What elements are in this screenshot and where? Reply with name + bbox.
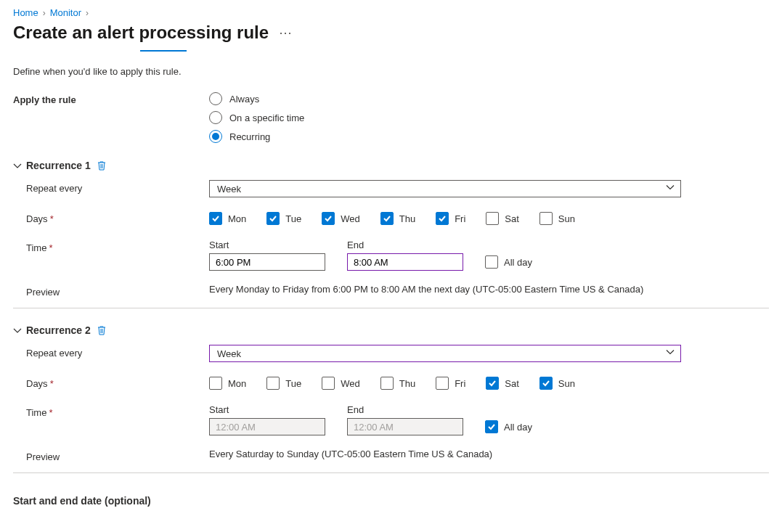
- checkbox-icon: [266, 212, 280, 225]
- day-label-tue: Tue: [285, 378, 301, 389]
- day-checkbox-thu[interactable]: Thu: [380, 377, 415, 390]
- start-label-1: Start: [209, 240, 325, 250]
- all-day-checkbox-2[interactable]: All day: [485, 420, 532, 435]
- repeat-every-label-1: Repeat every: [13, 180, 209, 194]
- radio-always[interactable]: Always: [209, 91, 769, 106]
- recurrence-1-title: Recurrence 1: [26, 160, 91, 171]
- days-row-2: MonTueWedThuFriSatSun: [209, 375, 769, 390]
- day-label-thu: Thu: [399, 378, 415, 389]
- checkbox-icon: [209, 377, 222, 390]
- start-time-input-1[interactable]: [209, 253, 325, 271]
- day-checkbox-sat[interactable]: Sat: [486, 377, 519, 390]
- checkbox-icon: [436, 212, 449, 225]
- preview-label-1: Preview: [13, 284, 209, 298]
- day-checkbox-tue[interactable]: Tue: [266, 377, 301, 390]
- preview-label-2: Preview: [13, 449, 209, 462]
- apply-rule-radio-group: Always On a specific time Recurring: [209, 91, 769, 144]
- chevron-down-icon: [13, 162, 20, 169]
- divider: [13, 308, 769, 308]
- day-label-mon: Mon: [228, 378, 246, 389]
- repeat-every-label-2: Repeat every: [13, 345, 209, 359]
- day-checkbox-fri[interactable]: Fri: [436, 212, 465, 225]
- chevron-down-icon: [666, 184, 675, 195]
- divider: [13, 472, 769, 473]
- day-checkbox-fri[interactable]: Fri: [436, 377, 465, 390]
- day-checkbox-thu[interactable]: Thu: [380, 212, 415, 225]
- day-label-sun: Sun: [558, 378, 575, 389]
- preview-text-2: Every Saturday to Sunday (UTC-05:00 East…: [209, 449, 492, 459]
- days-label-2: Days*: [13, 375, 209, 389]
- chevron-right-icon: ›: [86, 8, 89, 18]
- end-time-input-1[interactable]: [347, 253, 463, 271]
- chevron-down-icon: [666, 348, 675, 359]
- recurrence-1-header[interactable]: Recurrence 1: [13, 160, 769, 171]
- start-time-input-2: [209, 418, 325, 435]
- checkbox-icon: [485, 420, 498, 433]
- radio-recurring[interactable]: Recurring: [209, 129, 769, 144]
- checkbox-icon: [486, 377, 499, 390]
- day-label-wed: Wed: [341, 378, 360, 389]
- all-day-label-2: All day: [504, 422, 532, 433]
- checkbox-icon: [485, 255, 498, 269]
- time-label-1: Time*: [13, 240, 209, 253]
- checkbox-icon: [539, 377, 553, 390]
- checkbox-icon: [380, 212, 394, 225]
- checkbox-icon: [209, 212, 222, 225]
- day-checkbox-mon[interactable]: Mon: [209, 212, 246, 225]
- day-checkbox-sun[interactable]: Sun: [539, 212, 575, 225]
- delete-recurrence-1-icon[interactable]: [97, 160, 107, 171]
- day-label-fri: Fri: [455, 378, 465, 389]
- days-row-1: MonTueWedThuFriSatSun: [209, 210, 769, 225]
- day-label-thu: Thu: [399, 213, 415, 224]
- apply-rule-label: Apply the rule: [13, 91, 209, 105]
- delete-recurrence-2-icon[interactable]: [97, 325, 107, 335]
- start-end-date-heading: Start and end date (optional): [13, 495, 769, 507]
- recurrence-2-header[interactable]: Recurrence 2: [13, 324, 769, 336]
- start-label-2: Start: [209, 404, 325, 415]
- day-label-sat: Sat: [505, 378, 519, 389]
- chevron-right-icon: ›: [43, 8, 46, 18]
- end-label-1: End: [347, 240, 463, 250]
- day-label-tue: Tue: [285, 213, 301, 224]
- all-day-checkbox-1[interactable]: All day: [485, 255, 532, 271]
- day-checkbox-wed[interactable]: Wed: [322, 377, 360, 390]
- checkbox-icon: [266, 377, 280, 390]
- checkbox-icon: [322, 377, 335, 390]
- repeat-every-select-2[interactable]: Week: [209, 345, 681, 362]
- checkbox-icon: [380, 377, 394, 390]
- repeat-every-value-2: Week: [217, 348, 241, 359]
- time-label-2: Time*: [13, 404, 209, 418]
- intro-text: Define when you'd like to apply this rul…: [13, 66, 769, 77]
- active-tab-indicator: [140, 50, 187, 52]
- checkbox-icon: [322, 212, 335, 225]
- day-checkbox-mon[interactable]: Mon: [209, 377, 246, 390]
- end-label-2: End: [347, 404, 463, 415]
- breadcrumb: Home › Monitor ›: [13, 7, 769, 18]
- day-label-sat: Sat: [505, 213, 519, 224]
- checkbox-icon: [486, 212, 499, 225]
- radio-specific-time[interactable]: On a specific time: [209, 110, 769, 125]
- chevron-down-icon: [13, 327, 20, 334]
- radio-recurring-label: Recurring: [229, 131, 270, 142]
- more-actions-icon[interactable]: ⋯: [279, 25, 293, 41]
- recurrence-2-title: Recurrence 2: [26, 324, 91, 336]
- page-title: Create an alert processing rule: [13, 22, 269, 43]
- checkbox-icon: [539, 212, 553, 225]
- day-label-mon: Mon: [228, 213, 246, 224]
- radio-always-label: Always: [229, 94, 259, 105]
- day-checkbox-tue[interactable]: Tue: [266, 212, 301, 225]
- breadcrumb-home[interactable]: Home: [13, 7, 38, 18]
- breadcrumb-monitor[interactable]: Monitor: [50, 7, 81, 18]
- day-label-fri: Fri: [455, 213, 465, 224]
- day-checkbox-sat[interactable]: Sat: [486, 212, 519, 225]
- days-label-1: Days*: [13, 210, 209, 224]
- radio-specific-time-label: On a specific time: [229, 112, 304, 123]
- day-checkbox-sun[interactable]: Sun: [539, 377, 575, 390]
- day-label-wed: Wed: [341, 213, 360, 224]
- repeat-every-value-1: Week: [217, 184, 241, 195]
- repeat-every-select-1[interactable]: Week: [209, 180, 681, 197]
- preview-text-1: Every Monday to Friday from 6:00 PM to 8…: [209, 284, 643, 295]
- day-checkbox-wed[interactable]: Wed: [322, 212, 360, 225]
- all-day-label-1: All day: [504, 257, 532, 268]
- end-time-input-2: [347, 418, 463, 435]
